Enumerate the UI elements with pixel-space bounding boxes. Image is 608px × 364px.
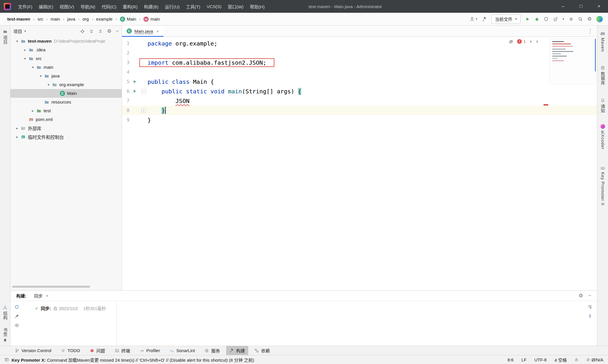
tree-row-org-example[interactable]: ▾ org.example <box>10 80 122 89</box>
line-separator[interactable]: LF <box>521 357 527 362</box>
chevron-expanded-icon[interactable]: ▾ <box>22 57 28 61</box>
menu-help[interactable]: 帮助(H) <box>247 0 268 13</box>
tree-row-resources[interactable]: resources <box>10 98 122 106</box>
scroll-to-end-icon[interactable] <box>588 313 592 318</box>
toolwindow-notifications-stripe[interactable]: 通知 <box>600 98 606 113</box>
toolwindow-build-active[interactable]: 构建 <box>226 346 248 355</box>
soft-wrap-icon[interactable] <box>588 305 592 309</box>
caret-position[interactable]: 8:6 <box>508 357 514 362</box>
tree-row-java[interactable]: ▾ java <box>10 72 122 80</box>
menu-navigate[interactable]: 导航(N) <box>77 0 98 13</box>
build-tab-sync[interactable]: 同步 × <box>34 293 48 299</box>
breadcrumb-src[interactable]: src <box>36 16 45 22</box>
run-method-gutter-icon[interactable] <box>133 89 137 93</box>
coverage-button[interactable] <box>544 17 548 21</box>
toolwindow-version-control[interactable]: Version Control <box>12 346 55 355</box>
toolwindow-key-promoter-stripe[interactable]: Key Promoter X <box>600 166 605 206</box>
build-hammer-icon[interactable] <box>482 17 487 21</box>
tab-main-java[interactable]: C Main.java × <box>122 26 163 37</box>
toolwindow-structure-stripe[interactable]: 结构 <box>2 306 8 320</box>
tree-row-main-class[interactable]: C Main <box>10 89 122 98</box>
code-minimap[interactable] <box>550 39 596 84</box>
chevron-collapsed-icon[interactable]: ▸ <box>14 126 20 130</box>
menu-tools[interactable]: 工具(T) <box>183 0 203 13</box>
tree-row-main[interactable]: ▾ main <box>10 63 122 72</box>
locate-file-icon[interactable] <box>80 29 85 34</box>
toolwindow-problems[interactable]: 问题 <box>87 346 109 355</box>
previous-error-icon[interactable]: ∧ <box>530 39 532 44</box>
menu-window[interactable]: 窗口(W) <box>224 0 247 13</box>
project-settings-gear-icon[interactable]: ⚙ <box>107 28 111 34</box>
toolwindow-profiler[interactable]: Profiler <box>136 346 164 355</box>
error-stripe-mark[interactable] <box>544 104 548 106</box>
chevron-expanded-icon[interactable]: ▾ <box>14 39 20 43</box>
menu-file[interactable]: 文件(F) <box>15 0 35 13</box>
breadcrumb-example[interactable]: example <box>95 16 114 22</box>
debug-button[interactable] <box>535 17 539 21</box>
toolwindow-aixcoder-stripe[interactable]: aiXcoder <box>600 124 605 149</box>
breadcrumb-java[interactable]: java <box>66 16 77 22</box>
tree-row-test[interactable]: ▸ test <box>10 106 122 115</box>
breadcrumb-class-main[interactable]: C Main <box>118 16 138 23</box>
menu-code[interactable]: 代码(C) <box>98 0 120 13</box>
tree-row-scratches[interactable]: ▸ 临时文件和控制台 <box>10 133 122 141</box>
minimap-viewport[interactable] <box>595 39 596 71</box>
horizontal-scrollbar[interactable] <box>12 286 90 288</box>
settings-gear-icon[interactable]: ⚙ <box>587 16 592 22</box>
stop-button[interactable] <box>569 17 573 21</box>
project-panel-title[interactable]: 项目 <box>13 28 22 34</box>
build-settings-gear-icon[interactable]: ⚙ <box>579 293 583 299</box>
tree-row-pom[interactable]: m pom.xml <box>10 115 122 124</box>
profiler-button[interactable] <box>553 17 558 21</box>
toolwindow-bookmarks-stripe[interactable]: 书签 <box>2 328 8 342</box>
reload-sync-icon[interactable] <box>15 305 19 309</box>
next-error-icon[interactable]: ∨ <box>536 39 539 44</box>
search-everywhere-icon[interactable] <box>578 17 583 21</box>
plugin-gradient-icon[interactable] <box>596 16 603 22</box>
run-class-gutter-icon[interactable] <box>133 80 137 84</box>
toolwindow-todo[interactable]: TODO <box>58 346 84 355</box>
memory-indicator[interactable]: Ø/N/A <box>586 357 603 362</box>
chevron-collapsed-icon[interactable]: ▸ <box>14 135 20 139</box>
tree-row-external-libraries[interactable]: ▸ 外部库 <box>10 124 122 133</box>
pin-icon[interactable] <box>15 314 19 318</box>
tree-row-idea[interactable]: ▸ .idea <box>10 46 122 54</box>
toolwindow-sonarlint[interactable]: SonarLint <box>166 346 198 355</box>
menu-edit[interactable]: 编辑(E) <box>35 0 56 13</box>
chevron-collapsed-icon[interactable]: ▸ <box>22 48 28 52</box>
code-editor[interactable]: 1 package org.example; 2 3 import com.al… <box>122 37 597 292</box>
maximize-button[interactable]: □ <box>572 0 590 13</box>
toolwindow-terminal[interactable]: 终端 <box>111 346 134 355</box>
menu-run[interactable]: 运行(U) <box>162 0 183 13</box>
breadcrumb-project[interactable]: test-maven <box>6 16 32 22</box>
hide-panel-icon[interactable]: − <box>116 28 119 34</box>
file-encoding[interactable]: UTF-8 <box>534 357 547 362</box>
run-configuration-select[interactable]: 当前文件 ▾ <box>491 15 521 24</box>
chevron-expanded-icon[interactable]: ▾ <box>45 83 52 87</box>
indent-setting[interactable]: 4 空格 <box>555 357 567 363</box>
menu-vcs[interactable]: VCS(S) <box>204 0 225 13</box>
minimize-button[interactable]: – <box>554 0 572 13</box>
profile-menu[interactable]: ▾ <box>470 17 477 21</box>
tree-row-src[interactable]: ▾ src <box>10 54 122 63</box>
toolwindow-maven-stripe[interactable]: m Maven <box>600 31 605 52</box>
build-splitter[interactable] <box>116 301 117 346</box>
chevron-expanded-icon[interactable]: ▾ <box>30 65 36 69</box>
chevron-collapsed-icon[interactable]: ▸ <box>30 109 36 113</box>
close-button[interactable]: × <box>590 0 608 13</box>
menu-build[interactable]: 构建(B) <box>141 0 162 13</box>
hide-build-panel-icon[interactable]: − <box>588 293 591 299</box>
toolwindow-layout-icon[interactable] <box>5 358 9 362</box>
fold-region-icon[interactable]: − <box>141 89 146 94</box>
close-build-tab-icon[interactable]: × <box>46 293 48 298</box>
menu-view[interactable]: 视图(V) <box>56 0 77 13</box>
close-tab-icon[interactable]: × <box>156 29 159 34</box>
filter-eye-icon[interactable] <box>15 323 19 328</box>
toolwindow-project-stripe[interactable]: 项目 <box>2 30 8 44</box>
tree-row-test-maven[interactable]: ▾ test-maven D:\IdeaProjects\IdeaProje <box>10 37 122 46</box>
expand-all-icon[interactable] <box>89 29 94 34</box>
chevron-expanded-icon[interactable]: ▾ <box>37 74 44 78</box>
toolwindow-dependencies[interactable]: 依赖 <box>251 346 273 355</box>
toolwindow-database-st ripe[interactable]: 数据库 <box>600 66 606 85</box>
editor-options-icon[interactable]: ⋮ <box>588 28 597 34</box>
